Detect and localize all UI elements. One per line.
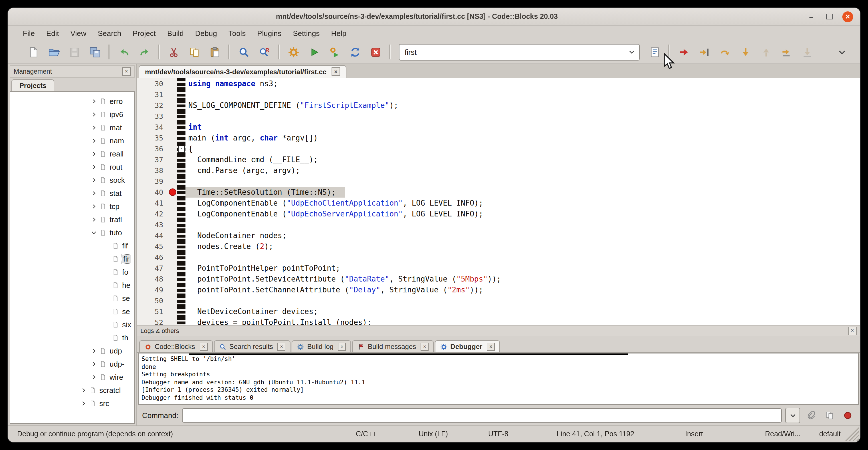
chevron-collapsed-icon[interactable]: [90, 347, 98, 355]
next-instruction-button[interactable]: [778, 43, 795, 61]
editor-line-42[interactable]: 42 LogComponentEnable ("UdpEchoServerApp…: [137, 208, 860, 219]
debug-continue-button[interactable]: [675, 43, 692, 61]
chevron-collapsed-icon[interactable]: [90, 98, 98, 105]
editor-line-32[interactable]: 32NS_LOG_COMPONENT_DEFINE ("FirstScriptE…: [137, 100, 860, 111]
menu-search[interactable]: Search: [92, 27, 127, 39]
tree-item-rout[interactable]: rout: [10, 160, 134, 174]
menu-project[interactable]: Project: [127, 27, 161, 39]
run-button[interactable]: [305, 43, 322, 61]
breakpoint-margin[interactable]: [168, 252, 177, 263]
save-button[interactable]: [66, 43, 83, 61]
logs-tab-build-messages[interactable]: Build messages×: [352, 340, 434, 352]
tree-item-udp[interactable]: udp: [10, 344, 134, 358]
menu-tools[interactable]: Tools: [223, 27, 251, 39]
logs-caption[interactable]: Logs & others ×: [137, 326, 860, 336]
chevron-collapsed-icon[interactable]: [90, 111, 98, 118]
run-to-cursor-button[interactable]: [696, 43, 713, 61]
tree-item-ipv6[interactable]: ipv6: [10, 108, 134, 121]
breakpoint-margin[interactable]: [168, 143, 177, 154]
breakpoint-margin[interactable]: [168, 100, 177, 111]
breakpoint-margin[interactable]: [168, 154, 177, 165]
step-into-button[interactable]: [737, 43, 754, 61]
attach-button[interactable]: [804, 408, 818, 422]
chevron-expanded-icon[interactable]: [90, 229, 98, 236]
build-button[interactable]: [285, 43, 302, 61]
breakpoint-margin[interactable]: [168, 306, 177, 317]
breakpoint-margin[interactable]: [168, 295, 177, 306]
menu-debug[interactable]: Debug: [189, 27, 223, 39]
breakpoint-margin[interactable]: [168, 78, 177, 89]
logs-tab-code-blocks[interactable]: Code::Blocks×: [139, 340, 213, 352]
tree-item-nam[interactable]: nam: [10, 134, 134, 147]
editor-line-43[interactable]: 43: [137, 219, 860, 230]
logs-tab-search-results[interactable]: Search results×: [214, 340, 290, 352]
tree-item-tuto[interactable]: tuto: [10, 226, 134, 239]
tab-projects[interactable]: Projects: [11, 79, 55, 91]
titlebar[interactable]: mnt/dev/tools/source/ns-3-dev/examples/t…: [8, 8, 860, 26]
editor-line-31[interactable]: 31: [137, 89, 860, 100]
minimize-button[interactable]: –: [806, 11, 817, 22]
cut-button[interactable]: [165, 43, 182, 61]
editor-line-44[interactable]: 44 NodeContainer nodes;: [137, 230, 860, 241]
command-input[interactable]: [182, 408, 782, 422]
breakpoint-margin[interactable]: [168, 230, 177, 241]
breakpoint-margin[interactable]: [168, 111, 177, 122]
tree-item-wire[interactable]: wire: [10, 371, 134, 384]
tree-item-stat[interactable]: stat: [10, 187, 134, 200]
breakpoint-margin[interactable]: [168, 317, 177, 325]
redo-button[interactable]: [136, 43, 153, 61]
editor-line-30[interactable]: 30using namespace ns3;: [137, 78, 860, 89]
menu-help[interactable]: Help: [325, 27, 352, 39]
tree-item-sock[interactable]: sock: [10, 174, 134, 187]
editor-line-49[interactable]: 49 pointToPoint.SetChannelAttribute ("De…: [137, 284, 860, 295]
chevron-collapsed-icon[interactable]: [90, 150, 98, 158]
editor-line-47[interactable]: 47 PointToPointHelper pointToPoint;: [137, 263, 860, 274]
command-history-button[interactable]: [785, 408, 800, 423]
chevron-collapsed-icon[interactable]: [90, 203, 98, 210]
paste-button[interactable]: [206, 43, 223, 61]
tree-item-trafl[interactable]: trafl: [10, 213, 134, 226]
tab-close-icon[interactable]: ×: [338, 342, 346, 351]
editor-line-51[interactable]: 51 NetDeviceContainer devices;: [137, 306, 860, 317]
maximize-button[interactable]: [824, 11, 835, 22]
menu-file[interactable]: File: [17, 27, 40, 39]
editor-line-37[interactable]: 37 CommandLine cmd (__FILE__);: [137, 154, 860, 165]
editor-line-36[interactable]: 36-{: [137, 143, 860, 154]
tree-item-fir[interactable]: fir: [10, 252, 134, 266]
management-close-icon[interactable]: ×: [122, 67, 131, 76]
rebuild-button[interactable]: [346, 43, 364, 61]
replace-button[interactable]: R: [256, 43, 273, 61]
breakpoint-margin[interactable]: [168, 89, 177, 100]
build-and-run-button[interactable]: [326, 43, 343, 61]
breakpoint-margin[interactable]: [168, 132, 177, 143]
editor-line-40[interactable]: 40 Time::SetResolution (Time::NS);: [137, 187, 860, 198]
menu-build[interactable]: Build: [161, 27, 189, 39]
incremental-search-button[interactable]: [646, 43, 663, 61]
editor-line-35[interactable]: 35main (int argc, char *argv[]): [137, 132, 860, 143]
close-button[interactable]: ✕: [842, 11, 853, 22]
editor-line-34[interactable]: 34int: [137, 122, 860, 132]
debugger-log[interactable]: Setting SHELL to '/bin/sh'doneSetting br…: [138, 353, 859, 405]
breakpoint-margin[interactable]: [168, 263, 177, 274]
fold-marker[interactable]: -: [178, 146, 185, 152]
menu-settings[interactable]: Settings: [287, 27, 325, 39]
breakpoint-margin[interactable]: [168, 219, 177, 230]
open-file-button[interactable]: [45, 43, 62, 61]
breakpoint-margin[interactable]: [168, 122, 177, 132]
menu-plugins[interactable]: Plugins: [251, 27, 287, 39]
tab-close-icon[interactable]: ×: [421, 342, 429, 351]
chevron-collapsed-icon[interactable]: [90, 163, 98, 171]
breakpoint-margin[interactable]: [168, 241, 177, 252]
undo-button[interactable]: [115, 43, 132, 61]
breakpoint-margin[interactable]: [168, 284, 177, 295]
breakpoint-margin[interactable]: [168, 176, 177, 187]
copy-button[interactable]: [185, 43, 203, 61]
toolbar-overflow-button[interactable]: [833, 43, 850, 61]
editor-line-38[interactable]: 38 cmd.Parse (argc, argv);: [137, 165, 860, 176]
editor-line-48[interactable]: 48 pointToPoint.SetDeviceAttribute ("Dat…: [137, 274, 860, 284]
chevron-collapsed-icon[interactable]: [80, 387, 87, 394]
tree-item-he[interactable]: he: [10, 279, 134, 292]
tree-item-udp[interactable]: udp-: [10, 358, 134, 371]
chevron-collapsed-icon[interactable]: [90, 176, 98, 184]
tab-close-icon[interactable]: ×: [487, 342, 495, 351]
